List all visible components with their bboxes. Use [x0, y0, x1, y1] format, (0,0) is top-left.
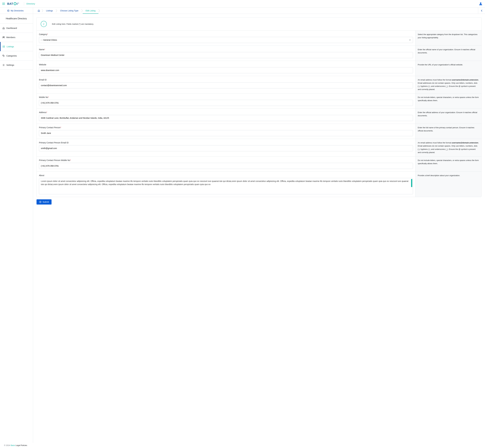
- primary-mobile-label: Primary Contact Person Mobile No*: [39, 159, 413, 161]
- svg-rect-2: [15, 2, 15, 3]
- svg-point-1: [14, 3, 16, 5]
- home-icon: [2, 27, 5, 29]
- sidebar: Healthcare Directory Dashboard Members L…: [0, 14, 33, 443]
- scrollbar-thumb[interactable]: [411, 179, 412, 187]
- address-input[interactable]: [39, 115, 413, 121]
- about-help: Provide a brief description about your o…: [415, 172, 481, 197]
- primary-email-input[interactable]: [39, 145, 413, 151]
- header-app-title: Directory: [26, 2, 35, 5]
- user-avatar[interactable]: [479, 2, 483, 6]
- svg-point-8: [4, 37, 5, 37]
- svg-point-10: [3, 47, 3, 47]
- name-label: Name*: [39, 48, 413, 51]
- svg-text:®: ®: [18, 2, 19, 4]
- primary-mobile-input[interactable]: [39, 163, 413, 169]
- primary-contact-help: Enter the full name of the primary conta…: [415, 124, 481, 139]
- sidebar-item-label: Settings: [6, 64, 14, 66]
- field-row-name: Name* Enter the official name of your or…: [37, 46, 481, 61]
- info-text: Edit Listing here. Fields marked (*) are…: [52, 23, 94, 25]
- tag-icon: [2, 55, 5, 57]
- breadcrumb-bar: My Directories Listings Choose Listing T…: [0, 8, 485, 14]
- name-input[interactable]: [39, 52, 413, 58]
- back-my-directories[interactable]: My Directories: [7, 9, 24, 12]
- hamburger-icon[interactable]: [2, 3, 5, 5]
- about-label: About: [39, 174, 413, 176]
- sidebar-item-members[interactable]: Members: [0, 33, 33, 42]
- website-help: Provide the URL of your organization's o…: [415, 61, 481, 76]
- primary-contact-input[interactable]: [39, 130, 413, 136]
- top-header: BAT I ® Directory: [0, 0, 485, 8]
- sidebar-item-label: Members: [6, 36, 16, 39]
- field-row-primary-mobile: Primary Contact Person Mobile No* Do not…: [37, 157, 481, 172]
- mobile-help: Do not include letters, special characte…: [415, 94, 481, 108]
- breadcrumb-edit-listing[interactable]: Edit Listing: [83, 8, 98, 14]
- field-row-category: Category* - - General Clinics Select the…: [37, 31, 481, 46]
- main-content: i Edit Listing here. Fields marked (*) a…: [33, 14, 485, 443]
- footer-copyright: © 2024: [4, 444, 10, 446]
- primary-email-label: Primary Contact Person Email ID: [39, 142, 413, 144]
- primary-contact-label: Primary Contact Person*: [39, 126, 413, 129]
- info-icon: i: [41, 21, 47, 27]
- mobile-label: Mobile No*: [39, 96, 413, 98]
- address-label: Address*: [39, 111, 413, 113]
- field-row-primary-email: Primary Contact Person Email ID An email…: [37, 139, 481, 156]
- field-row-address: Address* Enter the official address of y…: [37, 109, 481, 124]
- panel-collapse-toggle[interactable]: [478, 8, 485, 14]
- website-label: Website: [39, 64, 413, 66]
- sidebar-item-categories[interactable]: Categories: [0, 51, 33, 60]
- brand-logo[interactable]: BAT I ®: [7, 2, 22, 5]
- sidebar-title: Healthcare Directory: [0, 14, 33, 24]
- info-banner: i Edit Listing here. Fields marked (*) a…: [37, 17, 481, 31]
- category-label: Category*: [39, 33, 413, 35]
- svg-point-11: [3, 47, 3, 47]
- website-input[interactable]: [39, 67, 413, 73]
- primary-email-help: An email address must follow the format …: [415, 139, 481, 156]
- svg-point-5: [480, 2, 481, 4]
- breadcrumb-choose-type[interactable]: Choose Listing Type: [57, 8, 81, 14]
- submit-button[interactable]: Submit: [37, 199, 51, 205]
- back-label: My Directories: [11, 9, 24, 12]
- field-row-about: About Provide a brief description about …: [37, 172, 481, 197]
- address-help: Enter the official address of your organ…: [415, 109, 481, 124]
- field-row-mobile: Mobile No* Do not include letters, speci…: [37, 94, 481, 109]
- sidebar-item-label: Categories: [6, 55, 17, 57]
- mobile-input[interactable]: [39, 100, 413, 106]
- footer-policies[interactable]: Legal Policies: [16, 444, 27, 446]
- category-help: Select the appropriate category from the…: [415, 31, 481, 46]
- form-panel: i Edit Listing here. Fields marked (*) a…: [37, 17, 482, 197]
- chevron-right-icon: [56, 9, 57, 12]
- sidebar-item-label: Dashboard: [6, 27, 17, 29]
- breadcrumb: Listings Choose Listing Type Edit Listin…: [33, 8, 478, 14]
- breadcrumb-home[interactable]: [36, 8, 42, 14]
- sidebar-item-dashboard[interactable]: Dashboard: [0, 24, 33, 33]
- gear-icon: [2, 64, 5, 66]
- svg-text:I: I: [17, 2, 18, 5]
- footer-brand-link[interactable]: Batoi: [11, 444, 15, 446]
- email-input[interactable]: [39, 82, 413, 88]
- svg-point-12: [3, 55, 3, 56]
- chevron-right-icon: [81, 9, 83, 12]
- list-icon: [3, 46, 5, 48]
- field-row-website: Website Provide the URL of your organiza…: [37, 61, 481, 76]
- svg-text:BAT: BAT: [7, 2, 13, 5]
- arrow-right-circle-icon: [39, 201, 41, 203]
- footer: © 2024 Batoi Legal Policies: [0, 443, 485, 448]
- field-row-primary-contact: Primary Contact Person* Enter the full n…: [37, 124, 481, 139]
- primary-mobile-help: Do not include letters, special characte…: [415, 157, 481, 171]
- users-icon: [2, 36, 5, 39]
- sidebar-item-settings[interactable]: Settings: [0, 60, 33, 70]
- name-help: Enter the official name of your organiza…: [415, 46, 481, 61]
- about-textarea[interactable]: [39, 178, 413, 194]
- email-label: Email ID: [39, 79, 413, 81]
- sidebar-item-label: Listings: [7, 45, 14, 48]
- svg-point-9: [3, 46, 3, 46]
- sidebar-item-listings[interactable]: Listings: [0, 42, 33, 51]
- category-select[interactable]: - - General Clinics: [39, 37, 413, 43]
- svg-point-13: [3, 65, 4, 65]
- breadcrumb-listings[interactable]: Listings: [43, 8, 56, 14]
- field-row-email: Email ID An email address must follow th…: [37, 76, 481, 94]
- chevron-right-icon: [42, 9, 43, 12]
- email-help: An email address must follow the format …: [415, 76, 481, 93]
- svg-point-7: [3, 37, 3, 37]
- chevron-right-icon: [99, 9, 100, 12]
